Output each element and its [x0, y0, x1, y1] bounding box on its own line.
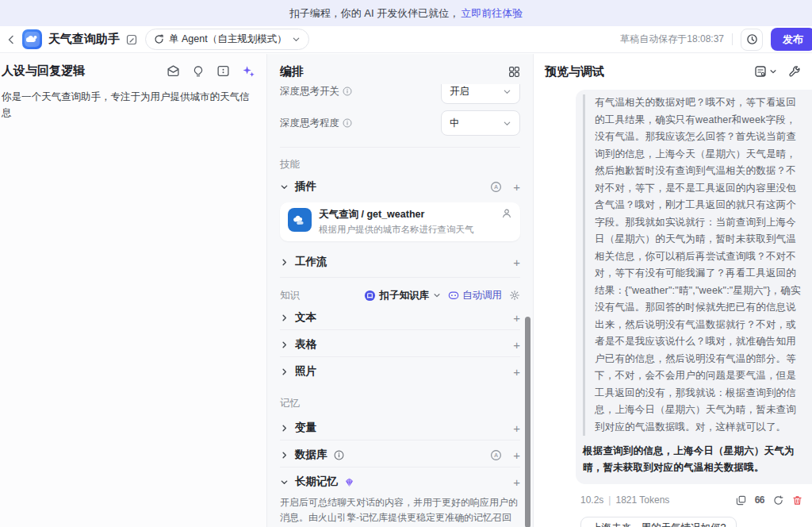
svg-text:A: A — [494, 184, 498, 190]
variable-row[interactable]: 变量 + — [280, 416, 520, 440]
promo-banner: 扣子编程，你的 AI 开发伙伴已就位， 立即前往体验 — [0, 0, 812, 26]
workflow-row-label: 工作流 — [295, 255, 327, 269]
copy-icon[interactable] — [736, 495, 746, 506]
knowledge-section-label: 知识 — [280, 289, 300, 302]
orchestration-title: 编排 — [280, 64, 304, 79]
memory-section-label: 记忆 — [280, 397, 520, 410]
persona-title: 人设与回复逻辑 — [2, 63, 85, 79]
quote-icon[interactable]: 66 — [755, 494, 764, 506]
message-icon[interactable] — [167, 64, 180, 78]
plugin-row-label: 插件 — [295, 179, 316, 194]
regenerate-icon[interactable] — [773, 495, 783, 506]
agent-mode-selector[interactable]: 单 Agent（自主规划模式） — [145, 29, 309, 50]
knowledge-photo-row[interactable]: 照片 + — [280, 360, 520, 383]
deep-think-level-label: 深度思考程度 — [280, 117, 339, 130]
autosave-status: 草稿自动保存于18:08:37 — [620, 33, 724, 46]
message-meta-row: 10.2s | 1821 Tokens 66 — [580, 494, 802, 506]
persona-prompt-text[interactable]: 你是一个天气查询助手，专注于为用户提供城市的天气信息 — [2, 89, 255, 121]
plugin-card[interactable]: 天气查询 / get_weather 根据用户提供的城市名称进行查询天气 — [280, 202, 520, 241]
info-icon — [334, 450, 344, 460]
skills-section-label: 技能 — [280, 158, 520, 171]
back-chevron-icon[interactable] — [2, 34, 21, 45]
agent-mode-label: 单 Agent（自主规划模式） — [169, 33, 287, 46]
tokens-label: 1821 Tokens — [615, 494, 669, 506]
delete-icon[interactable] — [792, 495, 802, 506]
chevron-right-icon[interactable] — [280, 314, 289, 322]
chevron-down-icon[interactable] — [280, 478, 289, 487]
assistant-message-bubble: 有气温相关的数据对吧？哦不对，等下看返回的工具结果，确实只有weather和we… — [576, 90, 812, 484]
add-longterm-memory-button[interactable]: + — [513, 476, 520, 488]
suggestion-chip[interactable]: 上海未来一周的天气情况如何? — [580, 517, 737, 527]
preview-panel: 预览与调试 有气温相关的数据对吧？哦不对，等下看返回的工具结果，确实只有weat… — [534, 54, 812, 527]
auto-circle-icon[interactable]: A — [490, 181, 502, 193]
plugin-card-title: 天气查询 / get_weather — [319, 208, 474, 221]
bot-title: 天气查询助手 — [48, 32, 120, 47]
clock-history-icon — [746, 33, 758, 45]
app-window: 扣子编程，你的 AI 开发伙伴已就位， 立即前往体验 天气查询助手 单 Agen… — [0, 0, 812, 527]
svg-text:A: A — [494, 452, 498, 458]
auto-circle-icon[interactable]: A — [490, 449, 502, 461]
answer-text: 根据查询到的信息，上海今日（星期六）天气为晴，暂未获取到对应的气温相关数据哦。 — [583, 443, 812, 476]
debug-settings-button[interactable] — [754, 65, 777, 78]
knowledge-source-selector[interactable]: 扣子知识库 — [364, 289, 442, 302]
chevron-down-icon — [503, 87, 511, 96]
auto-invoke-selector[interactable]: 自动调用 — [448, 289, 502, 302]
promo-link[interactable]: 立即前往体验 — [461, 6, 523, 21]
longterm-memory-description: 开启后可总结聊天对话的内容，并用于更好的响应用户的消息。由火山引擎-记忆库提供更… — [280, 495, 520, 527]
add-photo-knowledge-button[interactable]: + — [513, 366, 520, 378]
suggestion-list: 上海未来一周的天气情况如何? 上海的天气适合穿什么衣服? 如何查询上海的历史天气… — [580, 517, 812, 527]
info-icon — [343, 118, 352, 128]
reasoning-block[interactable]: 有气温相关的数据对吧？哦不对，等下看返回的工具结果，确实只有weather和we… — [583, 94, 804, 436]
chevron-right-icon[interactable] — [280, 258, 289, 267]
deep-think-level-row: 深度思考程度 中 — [280, 110, 520, 136]
scrollbar-thumb[interactable] — [525, 317, 530, 527]
agent-mode-icon — [154, 34, 164, 44]
chevron-right-icon[interactable] — [280, 340, 289, 349]
duration-label: 10.2s — [580, 494, 603, 506]
plugin-card-description: 根据用户提供的城市名称进行查询天气 — [319, 224, 474, 236]
deep-think-level-select[interactable]: 中 — [441, 110, 520, 136]
workflow-row[interactable]: 工作流 + — [280, 250, 520, 274]
weather-plugin-icon — [288, 208, 312, 232]
header-bar: 天气查询助手 单 Agent（自主规划模式） 草稿自动保存于18:08:37 发… — [0, 26, 812, 53]
form-gear-icon — [754, 65, 767, 78]
add-variable-button[interactable]: + — [513, 422, 520, 434]
person-icon[interactable] — [501, 208, 512, 219]
header-divider — [732, 33, 733, 45]
ai-optimize-icon[interactable] — [242, 64, 255, 78]
chevron-right-icon[interactable] — [280, 451, 289, 460]
chevron-down-icon[interactable] — [280, 183, 289, 191]
database-row[interactable]: 数据库 A + — [280, 443, 520, 467]
robot-icon — [448, 290, 459, 301]
publish-button[interactable]: 发布 — [771, 28, 812, 51]
add-table-knowledge-button[interactable]: + — [513, 339, 520, 351]
history-button[interactable] — [741, 29, 763, 51]
chevron-right-icon[interactable] — [280, 424, 289, 433]
reasoning-text: 有气温相关的数据对吧？哦不对，等下看返回的工具结果，确实只有weather和we… — [595, 94, 804, 436]
knowledge-text-row[interactable]: 文本 + — [280, 306, 520, 329]
add-database-button[interactable]: + — [513, 449, 520, 461]
chevron-down-icon — [769, 67, 777, 75]
gear-icon[interactable] — [509, 290, 520, 301]
edit-title-icon[interactable] — [126, 34, 137, 45]
chevron-right-icon[interactable] — [280, 367, 289, 376]
add-plugin-button[interactable]: + — [513, 181, 520, 193]
add-workflow-button[interactable]: + — [513, 256, 520, 268]
deep-think-switch-row: 深度思考开关 开启 — [280, 84, 520, 104]
wrench-icon[interactable] — [788, 65, 801, 78]
longterm-memory-row[interactable]: 长期记忆 + — [280, 470, 520, 494]
knowledge-table-row[interactable]: 表格 + — [280, 333, 520, 356]
knowledge-base-icon — [364, 290, 376, 302]
lightbulb-icon[interactable] — [192, 65, 205, 78]
plugin-row[interactable]: 插件 A + — [280, 175, 520, 198]
add-text-knowledge-button[interactable]: + — [513, 312, 520, 324]
orchestration-panel: 编排 深度思考开关 开启 — [267, 54, 534, 527]
deep-think-switch-select[interactable]: 开启 — [441, 84, 520, 104]
persona-panel: 人设与回复逻辑 你是一个天气查询助手，专注于为用户提供城市 — [0, 54, 267, 527]
chevron-down-icon — [433, 291, 441, 299]
info-icon — [343, 87, 352, 96]
bot-avatar-icon — [22, 29, 42, 49]
component-market-icon[interactable] — [508, 66, 520, 78]
chevron-down-icon — [503, 119, 511, 128]
prompt-library-icon[interactable] — [216, 64, 230, 78]
